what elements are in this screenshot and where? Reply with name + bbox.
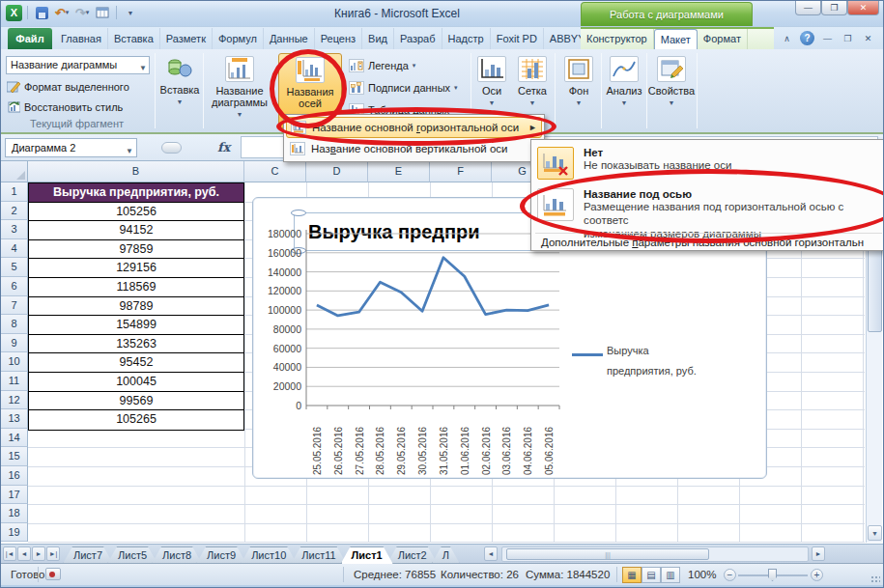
sheet-tab[interactable]: Лист11 [291, 546, 346, 564]
sheet-tab[interactable]: Лист9 [196, 546, 246, 564]
background-button[interactable]: Фон ▼ [558, 53, 599, 109]
close-button[interactable]: ✕ [847, 1, 879, 15]
row-header[interactable]: 14 [1, 429, 28, 448]
minimize-button[interactable]: — [795, 1, 821, 15]
undo-button[interactable]: ↶▾ [53, 4, 71, 21]
prev-sheet-icon[interactable]: ◄ [17, 546, 31, 561]
row-header[interactable]: 15 [1, 447, 28, 466]
row-header[interactable]: 18 [1, 504, 28, 523]
column-header[interactable]: E [368, 161, 430, 182]
legend-button[interactable]: Легенда ▾ [346, 57, 418, 74]
select-all-corner[interactable] [1, 161, 28, 182]
ribbon-tab[interactable]: Надстр [442, 28, 491, 49]
sheet-tab[interactable]: Л [432, 546, 460, 564]
help-icon[interactable]: ? [800, 31, 814, 45]
horizontal-scroll-thumb[interactable] [506, 548, 709, 560]
row-header[interactable]: 8 [1, 315, 28, 334]
row-header[interactable]: 19 [1, 523, 28, 543]
maximize-button[interactable]: ❐ [821, 1, 847, 15]
legend-label[interactable]: Выручка предприятия, руб. [607, 341, 715, 381]
ribbon-tab[interactable]: Вставка [108, 28, 160, 49]
row-header[interactable]: 12 [1, 391, 28, 410]
chart-title-button[interactable]: Название диаграммы ▼ [207, 53, 272, 121]
hscroll-left-icon[interactable]: ◄ [484, 546, 498, 561]
resize-grip[interactable] [870, 575, 880, 584]
hscroll-right-icon[interactable]: ► [812, 546, 825, 561]
table-header-cell[interactable]: Выручка предприятия, руб. [29, 183, 243, 203]
ribbon-tab[interactable]: Главная [55, 28, 108, 49]
table-cell[interactable]: 97859 [29, 240, 243, 260]
properties-button[interactable]: Свойства ▼ [649, 53, 694, 109]
row-header[interactable]: 3 [1, 220, 28, 239]
sheet-tab[interactable]: Лист2 [387, 546, 438, 564]
first-sheet-icon[interactable]: |◄ [3, 546, 16, 561]
excel-app-icon[interactable]: X [6, 5, 22, 21]
tab-file[interactable]: Файл [8, 28, 52, 49]
ribbon-tab[interactable]: Разраб [394, 28, 442, 49]
row-header[interactable]: 10 [1, 352, 28, 372]
table-cell[interactable]: 129156 [29, 259, 243, 278]
row-header[interactable]: 4 [1, 239, 28, 259]
view-normal-button[interactable]: ▦ [622, 567, 642, 583]
scroll-down-icon[interactable]: ▼ [868, 525, 882, 541]
row-header[interactable]: 1 [1, 182, 28, 202]
row-header[interactable]: 9 [1, 334, 28, 353]
view-page-layout-button[interactable]: ▤ [642, 567, 661, 583]
row-header[interactable]: 6 [1, 277, 28, 296]
table-cell[interactable]: 105265 [29, 410, 243, 430]
ribbon-tab[interactable]: Данные [264, 28, 315, 49]
row-header[interactable]: 11 [1, 372, 28, 391]
collapse-ribbon-icon[interactable]: ∧ [780, 31, 794, 45]
gridlines-button[interactable]: Сетка ▼ [512, 53, 553, 109]
name-box[interactable]: Диаграмма 2 ▼ [5, 138, 137, 157]
sheet-tab[interactable]: Лист1 [341, 546, 393, 564]
table-cell[interactable]: 135263 [29, 335, 243, 354]
workbook-minimize-icon[interactable]: — [820, 31, 835, 45]
ribbon-tab-contextual[interactable]: Конструктор [581, 29, 654, 49]
last-sheet-icon[interactable]: ►| [46, 546, 60, 561]
workbook-restore-icon[interactable]: ❐ [841, 31, 855, 45]
save-button[interactable] [33, 4, 50, 21]
row-header[interactable]: 16 [1, 466, 28, 486]
next-sheet-icon[interactable]: ► [32, 546, 45, 561]
ribbon-tab[interactable]: Foxit PD [491, 28, 544, 49]
reset-style-button[interactable]: Восстановить стиль [4, 98, 126, 115]
view-page-break-button[interactable]: ▥ [661, 567, 680, 583]
row-header[interactable]: 7 [1, 296, 28, 316]
table-cell[interactable]: 98789 [29, 297, 243, 317]
table-cell[interactable]: 105256 [29, 203, 243, 222]
chart-elements-selector[interactable]: Название диаграммы ▼ [6, 56, 150, 74]
chart-line-series[interactable] [317, 258, 549, 316]
format-selection-button[interactable]: Формат выделенного [4, 78, 132, 95]
table-cell[interactable]: 94152 [29, 221, 243, 240]
zoom-slider-thumb[interactable] [768, 569, 777, 581]
column-header[interactable]: B [28, 161, 244, 182]
ribbon-tab[interactable]: Разметк [160, 28, 213, 49]
ribbon-tab-contextual[interactable]: Макет [654, 29, 698, 49]
zoom-in-button[interactable]: + [811, 569, 823, 581]
table-cell[interactable]: 95452 [29, 353, 243, 373]
name-box-splitter[interactable] [161, 142, 182, 154]
table-cell[interactable]: 100045 [29, 373, 243, 392]
insert-button[interactable]: Вставка ▼ [158, 53, 201, 108]
row-header[interactable]: 13 [1, 409, 28, 429]
workbook-close-icon[interactable]: ✕ [861, 31, 875, 45]
macro-record-icon[interactable] [45, 568, 61, 580]
ribbon-tab[interactable]: Вид [362, 28, 394, 49]
analysis-button[interactable]: Анализ ▼ [604, 53, 644, 109]
row-header[interactable]: 5 [1, 258, 28, 277]
sheet-tab[interactable]: Лист5 [107, 546, 157, 564]
column-header[interactable]: D [306, 161, 368, 182]
customize-qat-button[interactable]: ▼ [122, 4, 139, 21]
axes-button[interactable]: Оси ▼ [473, 53, 510, 109]
row-header[interactable]: 2 [1, 202, 28, 221]
insert-function-button[interactable]: fx [217, 140, 230, 154]
table-cell[interactable]: 118569 [29, 278, 243, 297]
ribbon-tab[interactable]: Формул [213, 28, 264, 49]
data-labels-button[interactable]: Подписи данных ▾ [346, 79, 461, 97]
column-header[interactable]: C [244, 161, 306, 182]
ribbon-tab[interactable]: Реценз [315, 28, 362, 49]
table-cell[interactable]: 154899 [29, 316, 243, 335]
sheet-tab[interactable]: Лист10 [241, 546, 297, 564]
column-header[interactable]: F [430, 161, 492, 182]
